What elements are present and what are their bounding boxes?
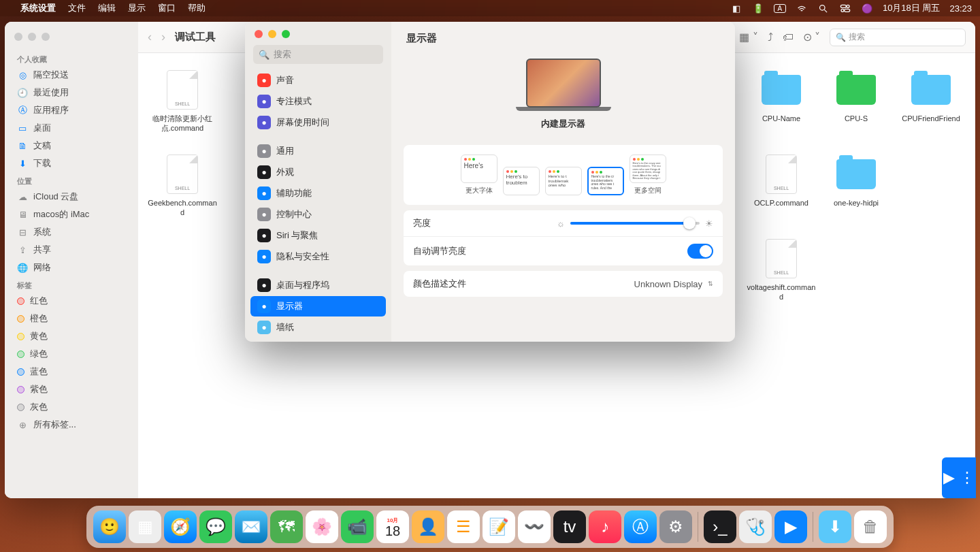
- minimize-button[interactable]: [268, 30, 276, 38]
- sidebar-imac[interactable]: 🖥macos的 iMac: [5, 206, 138, 223]
- dock-notes[interactable]: 📝: [483, 510, 515, 543]
- settings-item[interactable]: ●屏幕使用时间: [250, 112, 386, 133]
- sidebar-applications[interactable]: Ⓐ应用程序: [5, 101, 138, 119]
- sidebar-tag[interactable]: 红色: [5, 292, 138, 310]
- sidebar-system[interactable]: ⊟系统: [5, 223, 138, 241]
- dock-mail[interactable]: ✉️: [235, 510, 267, 543]
- dock-terminal[interactable]: ›_: [704, 510, 736, 543]
- menu-help[interactable]: 帮助: [188, 2, 206, 14]
- file-item[interactable]: SHELLGeekbench.command: [145, 150, 220, 231]
- settings-item[interactable]: ●桌面与程序坞: [250, 275, 386, 295]
- sidebar-tag[interactable]: 蓝色: [5, 363, 138, 380]
- dock-facetime[interactable]: 📹: [341, 510, 374, 543]
- sidebar-desktop[interactable]: ▭桌面: [5, 119, 138, 137]
- sidebar-tag[interactable]: 橙色: [5, 310, 138, 327]
- settings-item[interactable]: ●Siri 与聚焦: [250, 225, 386, 246]
- wifi-icon[interactable]: [796, 3, 808, 14]
- dock-safari[interactable]: 🧭: [164, 510, 197, 543]
- dock-finder[interactable]: 🙂: [93, 510, 126, 543]
- finder-traffic-lights[interactable]: [5, 29, 138, 50]
- back-button[interactable]: ‹: [148, 30, 152, 44]
- battery-icon[interactable]: 🔋: [752, 3, 764, 14]
- sidebar-tag[interactable]: 紫色: [5, 380, 138, 398]
- settings-search[interactable]: 🔍 搜索: [253, 45, 383, 64]
- view-options-icon[interactable]: ▦ ˅: [739, 31, 757, 44]
- file-item[interactable]: SHELLvoltageshift.command: [744, 234, 819, 316]
- menu-file[interactable]: 文件: [68, 2, 86, 14]
- tag-icon[interactable]: 🏷: [783, 31, 794, 44]
- dock-settings[interactable]: ⚙: [659, 510, 692, 543]
- file-item[interactable]: CPU-S: [819, 65, 894, 147]
- settings-item[interactable]: ●隐私与安全性: [250, 246, 386, 267]
- dock-calendar[interactable]: 10月 18: [376, 510, 409, 543]
- scale-option-4-selected[interactable]: Here's to the cr troublemakers ones who …: [587, 167, 624, 195]
- dock-appstore[interactable]: Ⓐ: [624, 510, 657, 543]
- control-center-icon[interactable]: [839, 3, 851, 13]
- brightness-slider[interactable]: [570, 222, 700, 225]
- dock-music[interactable]: ♪: [589, 510, 621, 543]
- close-button[interactable]: [255, 30, 263, 38]
- menubar-time[interactable]: 23:23: [949, 3, 972, 14]
- dock-downloads[interactable]: ⬇: [819, 510, 851, 543]
- dock-freeform[interactable]: 〰️: [518, 510, 551, 543]
- floating-widget[interactable]: ▶ ⋮: [942, 457, 976, 498]
- settings-traffic-lights[interactable]: [245, 22, 391, 45]
- sidebar-downloads[interactable]: ⬇下载: [5, 155, 138, 172]
- forward-button[interactable]: ›: [161, 30, 165, 44]
- file-item[interactable]: SHELL临时清除更新小红点.command: [145, 65, 220, 147]
- dock-reminders[interactable]: ☰: [447, 510, 480, 543]
- sidebar-tag[interactable]: 黄色: [5, 327, 138, 345]
- color-profile-select[interactable]: Unknown Display ⇅: [634, 279, 713, 289]
- app-menu[interactable]: 系统设置: [20, 2, 56, 14]
- file-item[interactable]: CPU-Name: [744, 65, 819, 147]
- settings-item[interactable]: ●控制中心: [250, 204, 386, 225]
- sidebar-all-tags[interactable]: ⊕所有标签...: [5, 416, 138, 434]
- menu-view[interactable]: 显示: [128, 2, 146, 14]
- dock-maps[interactable]: 🗺: [270, 510, 303, 543]
- scale-option-more-space[interactable]: Here's to the crazy one troublemakers. T…: [630, 155, 666, 195]
- file-item[interactable]: SHELLOCLP.command: [744, 150, 819, 231]
- sidebar-network[interactable]: 🌐网络: [5, 259, 138, 276]
- zoom-button[interactable]: [282, 30, 290, 38]
- sidebar-shared[interactable]: ⇪共享: [5, 241, 138, 259]
- dock-launchpad[interactable]: ▦: [129, 510, 161, 543]
- dock-contacts[interactable]: 👤: [412, 510, 444, 543]
- auto-brightness-toggle[interactable]: [687, 244, 713, 259]
- settings-item[interactable]: ●声音: [250, 70, 386, 91]
- settings-item[interactable]: ●辅助功能: [250, 183, 386, 204]
- dock-trash[interactable]: 🗑: [854, 510, 887, 543]
- sidebar-tag[interactable]: 绿色: [5, 345, 138, 363]
- spotlight-icon[interactable]: [817, 3, 830, 14]
- file-item[interactable]: CPUFriendFriend: [894, 65, 968, 147]
- menu-edit[interactable]: 编辑: [98, 2, 116, 14]
- settings-item[interactable]: ●专注模式: [250, 91, 386, 112]
- settings-item[interactable]: ●屏幕保护程序: [250, 338, 386, 342]
- sidebar-recents[interactable]: 🕘最近使用: [5, 84, 138, 101]
- close-button[interactable]: [14, 33, 22, 41]
- dock-messages[interactable]: 💬: [199, 510, 232, 543]
- menu-window[interactable]: 窗口: [158, 2, 176, 14]
- file-item[interactable]: one-key-hidpi: [819, 150, 894, 231]
- dock-tv[interactable]: tv: [553, 510, 586, 543]
- action-icon[interactable]: ⊙ ˅: [803, 31, 820, 44]
- input-source-icon[interactable]: A: [774, 4, 786, 13]
- minimize-button[interactable]: [28, 33, 36, 41]
- siri-icon[interactable]: 🟣: [861, 3, 873, 14]
- status-icon[interactable]: ◧: [730, 3, 742, 14]
- dock-diskutil[interactable]: 🩺: [739, 510, 772, 543]
- scale-option-2[interactable]: Here's to troublem: [503, 167, 540, 195]
- sidebar-tag[interactable]: 灰色: [5, 398, 138, 416]
- settings-item[interactable]: ●显示器: [250, 296, 386, 316]
- scale-option-3[interactable]: Here's to t troublemak ones who: [545, 167, 582, 195]
- menubar-date[interactable]: 10月18日 周五: [883, 2, 941, 14]
- settings-item[interactable]: ●墙纸: [250, 317, 386, 338]
- sidebar-airdrop[interactable]: ◎隔空投送: [5, 66, 138, 84]
- share-icon[interactable]: ⤴: [768, 31, 773, 44]
- zoom-button[interactable]: [42, 33, 50, 41]
- settings-item[interactable]: ●通用: [250, 141, 386, 161]
- sidebar-icloud[interactable]: ☁iCloud 云盘: [5, 188, 138, 206]
- sidebar-documents[interactable]: 🗎文稿: [5, 137, 138, 155]
- finder-search[interactable]: 🔍搜索: [830, 29, 966, 46]
- dock-app-blue[interactable]: ▶: [774, 510, 807, 543]
- settings-item[interactable]: ●外观: [250, 162, 386, 182]
